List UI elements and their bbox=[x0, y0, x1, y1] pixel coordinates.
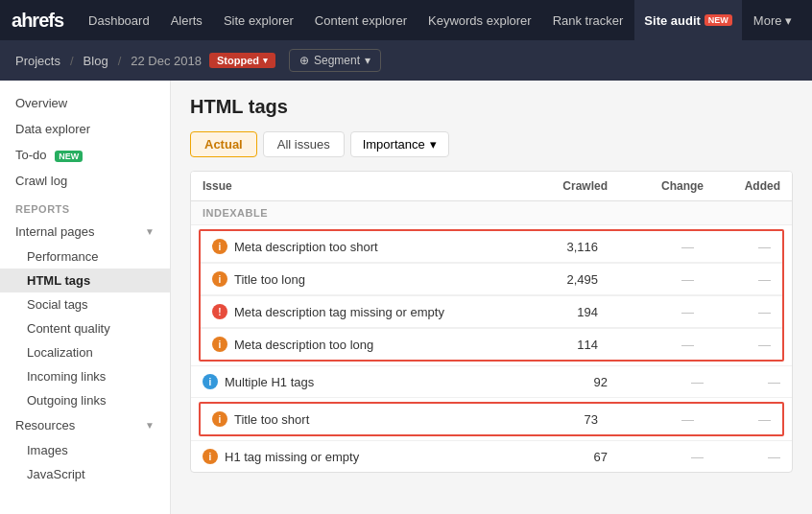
sidebar-item-content-quality[interactable]: Content quality bbox=[0, 316, 170, 340]
logo-a: a bbox=[12, 10, 21, 31]
table-row[interactable]: i Title too long 2,495 — — bbox=[201, 263, 782, 295]
table-row[interactable]: i Multiple H1 tags 92 — — bbox=[191, 365, 792, 398]
info-icon: i bbox=[212, 337, 227, 352]
row-issue-cell: i Meta description too long bbox=[212, 337, 502, 352]
sidebar-item-incoming-links[interactable]: Incoming links bbox=[0, 364, 170, 388]
table-row[interactable]: ! Meta description tag missing or empty … bbox=[201, 295, 782, 328]
resources-chevron-icon: ▼ bbox=[145, 420, 155, 431]
row-change: — bbox=[598, 240, 694, 254]
row-crawled: 3,116 bbox=[502, 240, 598, 254]
nav-site-explorer[interactable]: Site explorer bbox=[214, 0, 303, 40]
table-row[interactable]: i H1 tag missing or empty 67 — — bbox=[191, 440, 792, 472]
breadcrumb-blog[interactable]: Blog bbox=[84, 54, 108, 68]
info-icon: i bbox=[203, 449, 218, 464]
row-crawled: 114 bbox=[502, 338, 598, 352]
logo[interactable]: ahrefs bbox=[12, 10, 63, 32]
sidebar-item-todo[interactable]: To-do NEW bbox=[0, 142, 170, 168]
content-area: HTML tags Actual All issues Importance ▾… bbox=[171, 81, 812, 514]
row-issue-cell: i Meta description too short bbox=[212, 239, 502, 254]
nav-rank-tracker[interactable]: Rank tracker bbox=[543, 0, 633, 40]
sidebar-item-localization[interactable]: Localization bbox=[0, 340, 170, 364]
row-added: — bbox=[704, 375, 780, 389]
sidebar-item-resources[interactable]: Resources ▼ bbox=[0, 412, 170, 438]
main-layout: Overview Data explorer To-do NEW Crawl l… bbox=[0, 81, 812, 514]
row-change: — bbox=[608, 375, 704, 389]
info-icon: i bbox=[203, 374, 218, 389]
row-added: — bbox=[694, 272, 771, 287]
col-issue: Issue bbox=[203, 179, 512, 193]
sidebar-item-overview[interactable]: Overview bbox=[0, 90, 170, 116]
sidebar-item-performance[interactable]: Performance bbox=[0, 245, 170, 269]
nav-alerts[interactable]: Alerts bbox=[161, 0, 212, 40]
nav-more[interactable]: More ▾ bbox=[744, 0, 801, 40]
tab-actual[interactable]: Actual bbox=[190, 131, 257, 157]
row-issue-cell: i Title too short bbox=[212, 411, 502, 427]
row-added: — bbox=[694, 240, 771, 254]
status-stopped-badge[interactable]: Stopped ▾ bbox=[209, 53, 275, 68]
row-added: — bbox=[704, 450, 780, 464]
row-issue-cell: i Multiple H1 tags bbox=[203, 374, 512, 389]
breadcrumb-sep-1: / bbox=[70, 54, 74, 68]
highlighted-group: i Meta description too short 3,116 — — i… bbox=[199, 229, 784, 362]
sidebar-item-images[interactable]: Images bbox=[0, 438, 170, 462]
filter-tabs: Actual All issues Importance ▾ bbox=[190, 131, 793, 157]
table-row[interactable]: i Meta description too long 114 — — bbox=[201, 328, 782, 360]
issues-table: Issue Crawled Change Added INDEXABLE i M… bbox=[190, 171, 793, 473]
todo-new-badge: NEW bbox=[55, 151, 83, 162]
row-added: — bbox=[694, 412, 771, 427]
highlighted-single-row: i Title too short 73 — — bbox=[199, 402, 784, 436]
table-row[interactable]: i Meta description too short 3,116 — — bbox=[201, 231, 782, 263]
row-change: — bbox=[598, 412, 694, 427]
info-icon: i bbox=[212, 411, 227, 427]
sidebar-item-social-tags[interactable]: Social tags bbox=[0, 292, 170, 316]
col-change: Change bbox=[608, 179, 704, 193]
sidebar-item-crawl-log[interactable]: Crawl log bbox=[0, 168, 170, 194]
row-change: — bbox=[598, 272, 694, 287]
row-crawled: 73 bbox=[502, 412, 598, 427]
internal-pages-chevron-icon: ▼ bbox=[145, 226, 155, 237]
sidebar-reports-section: REPORTS bbox=[0, 194, 170, 219]
tab-all-issues[interactable]: All issues bbox=[263, 131, 345, 157]
table-row[interactable]: i Title too short 73 — — bbox=[201, 404, 782, 434]
error-icon: ! bbox=[212, 304, 227, 319]
top-nav: ahrefs Dashboard Alerts Site explorer Co… bbox=[0, 0, 812, 40]
breadcrumb-projects[interactable]: Projects bbox=[15, 54, 60, 68]
sidebar-item-outgoing-links[interactable]: Outgoing links bbox=[0, 388, 170, 412]
info-icon: i bbox=[212, 271, 227, 287]
row-added: — bbox=[694, 305, 771, 319]
col-added: Added bbox=[704, 179, 780, 193]
nav-site-audit[interactable]: Site audit NEW bbox=[634, 0, 742, 40]
row-change: — bbox=[598, 305, 694, 319]
row-issue-cell: i H1 tag missing or empty bbox=[203, 449, 512, 464]
row-added: — bbox=[694, 338, 771, 352]
col-crawled: Crawled bbox=[512, 179, 608, 193]
importance-chevron-icon: ▾ bbox=[430, 137, 437, 152]
site-audit-new-badge: NEW bbox=[705, 14, 732, 26]
sidebar-item-javascript[interactable]: JavaScript bbox=[0, 462, 170, 486]
sidebar: Overview Data explorer To-do NEW Crawl l… bbox=[0, 81, 171, 514]
sidebar-item-internal-pages[interactable]: Internal pages ▼ bbox=[0, 219, 170, 245]
row-crawled: 194 bbox=[502, 305, 598, 319]
logo-hrefs: hrefs bbox=[21, 10, 63, 31]
segment-button[interactable]: ⊕ Segment ▾ bbox=[289, 49, 381, 72]
sidebar-item-data-explorer[interactable]: Data explorer bbox=[0, 116, 170, 142]
nav-keywords-explorer[interactable]: Keywords explorer bbox=[418, 0, 541, 40]
row-issue-cell: ! Meta description tag missing or empty bbox=[212, 304, 502, 319]
row-crawled: 67 bbox=[512, 450, 608, 464]
row-crawled: 2,495 bbox=[502, 272, 598, 287]
nav-content-explorer[interactable]: Content explorer bbox=[305, 0, 417, 40]
row-change: — bbox=[608, 450, 704, 464]
breadcrumb-bar: Projects / Blog / 22 Dec 2018 Stopped ▾ … bbox=[0, 40, 812, 81]
row-change: — bbox=[598, 338, 694, 352]
row-issue-cell: i Title too long bbox=[212, 271, 502, 287]
nav-dashboard[interactable]: Dashboard bbox=[79, 0, 159, 40]
section-indexable: INDEXABLE bbox=[191, 201, 792, 225]
status-chevron-icon: ▾ bbox=[263, 56, 268, 65]
segment-chevron-icon: ▾ bbox=[365, 54, 370, 67]
row-crawled: 92 bbox=[512, 375, 608, 389]
tab-importance[interactable]: Importance ▾ bbox=[350, 131, 449, 157]
page-title: HTML tags bbox=[190, 96, 793, 118]
breadcrumb-date: 22 Dec 2018 bbox=[131, 54, 202, 68]
sidebar-item-html-tags[interactable]: HTML tags bbox=[0, 269, 170, 292]
info-icon: i bbox=[212, 239, 227, 254]
